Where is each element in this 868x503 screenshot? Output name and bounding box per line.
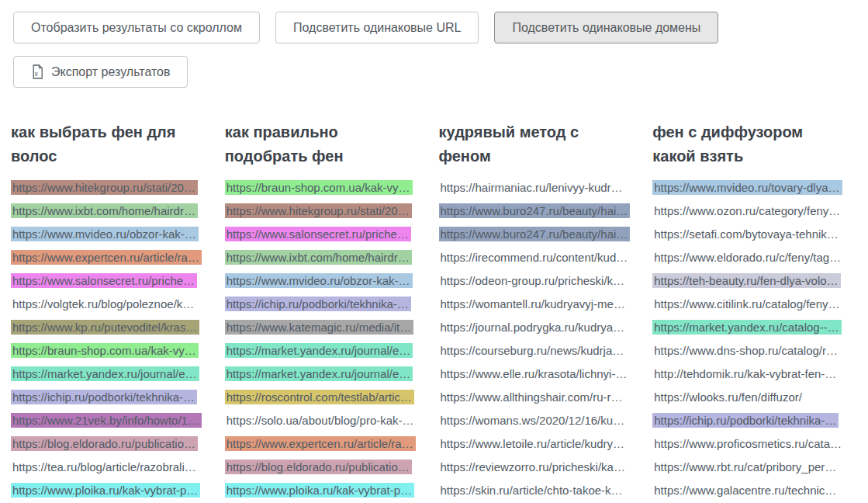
result-url[interactable]: https://www.mvideo.ru/obzor-kak-… — [11, 227, 199, 241]
result-row: https://www.dns-shop.ru/catalog/r… — [652, 343, 857, 359]
result-url[interactable]: https://www.ixbt.com/home/hairdr… — [11, 203, 198, 218]
result-row: https://braun-shop.com.ua/kak-vy… — [11, 343, 216, 359]
result-row: https://volgtek.ru/blog/poleznoe/k… — [11, 297, 216, 312]
result-row: https://www.mvideo.ru/tovary-dlya… — [652, 180, 857, 196]
result-url[interactable]: https://www.ploika.ru/kak-vybrat-p… — [225, 483, 414, 498]
result-url[interactable]: https://www.ploika.ru/kak-vybrat-p… — [11, 483, 200, 498]
result-row: https://market.yandex.ru/catalog--… — [652, 320, 857, 335]
result-row: https://reviewzorro.ru/pricheski/ka… — [439, 460, 644, 475]
result-url[interactable]: https://www.allthingshair.com/ru-r… — [439, 390, 625, 404]
result-row: https://womantell.ru/kudryavyj-me… — [439, 297, 644, 312]
export-button-row: x Экспорт результатов — [13, 56, 855, 88]
result-url[interactable]: https://www.eldorado.ru/c/feny/tag… — [652, 250, 843, 265]
result-url[interactable]: https://www.katemagic.ru/media/it… — [225, 320, 413, 335]
result-row: https://irecommend.ru/content/kud… — [439, 250, 644, 265]
result-url[interactable]: https://solo.ua/about/blog/pro-kak-… — [225, 413, 417, 428]
result-row: https://solo.ua/about/blog/pro-kak-… — [225, 413, 430, 428]
show-results-with-scroll-button[interactable]: Отобразить результаты со скроллом — [13, 12, 260, 43]
url-list: https://braun-shop.com.ua/kak-vy… https:… — [225, 180, 430, 498]
result-url[interactable]: https://roscontrol.com/testlab/artic… — [225, 390, 414, 404]
result-url[interactable]: https://www.hitekgroup.ru/stati/20… — [225, 203, 412, 218]
result-url[interactable]: https://skin.ru/article/chto-takoe-k… — [439, 483, 625, 498]
result-url[interactable]: https://hairmaniac.ru/lenivyy-kudr… — [439, 180, 625, 195]
result-url[interactable]: https://odeon-group.ru/pricheski/k… — [439, 273, 628, 288]
highlight-same-domains-button[interactable]: Подсветить одинаковые домены — [494, 12, 718, 43]
result-url[interactable]: https://teh-beauty.ru/fen-dlya-volo… — [652, 273, 840, 288]
result-url[interactable]: https://irecommend.ru/content/kud… — [439, 250, 631, 265]
result-row: https://www.citilink.ru/catalog/feny… — [652, 297, 857, 312]
result-row: https://setafi.com/bytovaya-tehnik… — [652, 227, 857, 242]
result-row: https://www.ploika.ru/kak-vybrat-p… — [225, 483, 430, 498]
result-url[interactable]: https://www.expertcen.ru/article/ra… — [11, 250, 202, 265]
result-row: https://www.mvideo.ru/obzor-kak-… — [225, 273, 430, 289]
result-url[interactable]: https://www.ixbt.com/home/hairdr… — [225, 250, 412, 265]
result-url[interactable]: https://www.buro247.ru/beauty/hai… — [439, 227, 631, 241]
result-url[interactable]: https://www.elle.ru/krasota/lichnyi-… — [439, 366, 630, 381]
result-row: https://www.ozon.ru/category/feny… — [652, 203, 857, 219]
keyword-title: как правильно подобрать фен — [225, 120, 410, 168]
result-url[interactable]: https://market.yandex.ru/journal/e… — [11, 366, 199, 381]
result-url[interactable]: https://www.mvideo.ru/tovary-dlya… — [652, 180, 842, 195]
result-url[interactable]: https://www.galacentre.ru/technic… — [652, 483, 839, 498]
result-url[interactable]: https://www.dns-shop.ru/catalog/r… — [652, 343, 840, 358]
result-url[interactable]: https://market.yandex.ru/catalog--… — [652, 320, 841, 335]
result-row: https://market.yandex.ru/journal/e… — [225, 366, 430, 382]
highlight-same-url-button[interactable]: Подсветить одинаковые URL — [275, 12, 479, 43]
result-url[interactable]: https://www.kp.ru/putevoditel/kras… — [11, 320, 199, 335]
svg-text:x: x — [35, 70, 39, 78]
result-url[interactable]: https://wlooks.ru/fen/diffuzor/ — [652, 390, 804, 404]
result-row: https://roscontrol.com/testlab/artic… — [225, 390, 430, 405]
result-url[interactable]: https://tea.ru/blog/article/razobrali… — [11, 460, 199, 474]
url-list: https://www.mvideo.ru/tovary-dlya… https… — [652, 180, 857, 498]
result-url[interactable]: https://setafi.com/bytovaya-tehnik… — [652, 227, 841, 241]
result-row: https://tea.ru/blog/article/razobrali… — [11, 460, 216, 475]
result-url[interactable]: https://reviewzorro.ru/pricheski/ka… — [439, 460, 628, 474]
result-row: https://www.rbt.ru/cat/pribory_per… — [652, 460, 857, 475]
result-url[interactable]: https://womans.ws/2020/12/16/ku… — [439, 413, 628, 428]
result-url[interactable]: https://journal.podrygka.ru/kudrya… — [439, 320, 628, 335]
result-url[interactable]: https://volgtek.ru/blog/poleznoe/k… — [11, 297, 196, 311]
result-url[interactable]: https://www.proficosmetics.ru/cata… — [652, 436, 844, 451]
url-list: https://www.hitekgroup.ru/stati/20… http… — [11, 180, 216, 498]
result-url[interactable]: https://www.hitekgroup.ru/stati/20… — [11, 180, 198, 195]
result-url[interactable]: https://www.citilink.ru/catalog/feny… — [652, 297, 842, 311]
result-url[interactable]: https://braun-shop.com.ua/kak-vy… — [11, 343, 199, 358]
keyword-column-3: кудрявый метод с феном https://hairmania… — [439, 120, 644, 503]
result-url[interactable]: https://www.rbt.ru/cat/pribory_per… — [652, 460, 839, 474]
result-url[interactable]: https://market.yandex.ru/journal/e… — [225, 343, 413, 358]
export-results-label: Экспорт результатов — [51, 65, 170, 79]
result-row: https://www.expertcen.ru/article/ra… — [225, 436, 430, 452]
result-url[interactable]: https://blog.eldorado.ru/publicatio… — [225, 460, 412, 474]
result-row: https://teh-beauty.ru/fen-dlya-volo… — [652, 273, 857, 289]
result-url[interactable]: https://www.salonsecret.ru/priche… — [225, 227, 411, 241]
result-row: https://journal.podrygka.ru/kudrya… — [439, 320, 644, 335]
result-url[interactable]: https://www.21vek.by/info/howto/1… — [11, 413, 202, 428]
result-url[interactable]: https://www.salonsecret.ru/priche… — [11, 273, 197, 288]
result-url[interactable]: https://womantell.ru/kudryavyj-me… — [439, 297, 628, 311]
result-url[interactable]: https://ichip.ru/podborki/tekhnika-… — [652, 413, 839, 428]
result-url[interactable]: https://www.expertcen.ru/article/ra… — [225, 436, 416, 451]
result-url[interactable]: https://ichip.ru/podborki/tekhnika-… — [225, 297, 411, 311]
result-row: https://www.21vek.by/info/howto/1… — [11, 413, 216, 428]
result-row: https://braun-shop.com.ua/kak-vy… — [225, 180, 430, 196]
result-row: https://www.expertcen.ru/article/ra… — [11, 250, 216, 265]
result-row: https://www.salonsecret.ru/priche… — [11, 273, 216, 289]
result-url[interactable]: https://ichip.ru/podborki/tekhnika-… — [11, 390, 197, 404]
result-url[interactable]: https://courseburg.ru/news/kudrja… — [439, 343, 627, 358]
keyword-title: кудрявый метод с феном — [439, 120, 624, 168]
keyword-column-2: как правильно подобрать фен https://brau… — [225, 120, 430, 503]
keyword-title: фен с диффузором какой взять — [652, 120, 837, 168]
result-url[interactable]: https://www.mvideo.ru/obzor-kak-… — [225, 273, 413, 288]
result-row: https://courseburg.ru/news/kudrja… — [439, 343, 644, 359]
result-row: https://blog.eldorado.ru/publicatio… — [11, 436, 216, 452]
result-url[interactable]: https://market.yandex.ru/journal/e… — [225, 366, 413, 381]
result-url[interactable]: https://www.ozon.ru/category/feny… — [652, 203, 842, 218]
result-url[interactable]: https://www.letoile.ru/article/kudry… — [439, 436, 628, 451]
result-url[interactable]: https://braun-shop.com.ua/kak-vy… — [225, 180, 413, 195]
export-results-button[interactable]: x Экспорт результатов — [13, 56, 188, 88]
result-url[interactable]: https://blog.eldorado.ru/publicatio… — [11, 436, 198, 451]
result-row: https://womans.ws/2020/12/16/ku… — [439, 413, 644, 428]
result-row: https://market.yandex.ru/journal/e… — [11, 366, 216, 382]
result-url[interactable]: http://tehdomik.ru/kak-vybrat-fen-… — [652, 366, 839, 381]
result-url[interactable]: https://www.buro247.ru/beauty/hai… — [439, 203, 631, 218]
